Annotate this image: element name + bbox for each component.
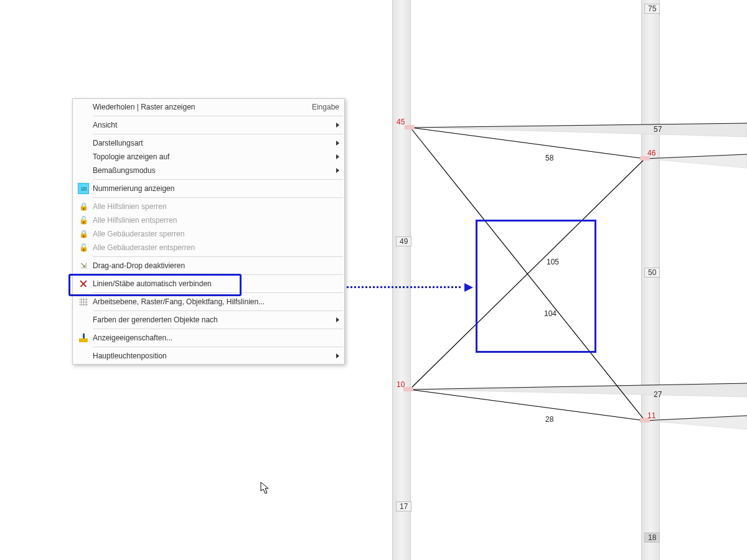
menu-item-disable-dragdrop[interactable]: ⇲ Drag-and-Drop deaktivieren — [73, 259, 344, 273]
menu-item-show-numbering[interactable]: 123 Nummerierung anzeigen — [73, 182, 344, 195]
svg-rect-14 — [403, 387, 413, 391]
menu-item-connect-lines[interactable]: Linien/Stäbe automatisch verbinden — [73, 277, 344, 291]
numbering-icon: 123 — [77, 183, 90, 194]
menu-label: Linien/Stäbe automatisch verbinden — [90, 279, 339, 288]
lock-icon: 🔒 — [77, 203, 90, 210]
unlock-icon: 🔓 — [77, 217, 90, 224]
menu-separator — [93, 329, 343, 329]
menu-label: Anzeigeeigenschaften... — [90, 334, 339, 342]
menu-separator — [93, 347, 343, 347]
column-segment-label: 75 — [644, 4, 660, 14]
menu-item-view[interactable]: Ansicht — [73, 118, 344, 132]
menu-item-main-light[interactable]: Hauptleuchtenposition — [73, 349, 344, 363]
menu-item-lock-grids[interactable]: 🔒 Alle Gebäuderaster sperren — [73, 227, 344, 241]
lock-icon: 🔒 — [77, 230, 90, 238]
submenu-arrow-icon — [336, 141, 339, 146]
menu-label: Alle Gebäuderaster entsperren — [90, 243, 339, 252]
context-menu: Wiederholen | Raster anzeigen Eingabe An… — [72, 98, 345, 365]
menu-separator — [93, 134, 343, 134]
node-number: 10 — [397, 381, 405, 388]
properties-icon — [77, 334, 90, 342]
menu-item-lock-guides[interactable]: 🔒 Alle Hilfslinien sperren — [73, 200, 344, 213]
svg-line-10 — [411, 128, 645, 421]
svg-rect-12 — [405, 125, 415, 129]
menu-label: Alle Gebäuderaster sperren — [90, 230, 339, 238]
submenu-arrow-icon — [336, 317, 339, 322]
submenu-arrow-icon — [336, 154, 339, 159]
submenu-arrow-icon — [336, 168, 339, 173]
menu-item-unlock-guides[interactable]: 🔓 Alle Hilfslinien entsperren — [73, 213, 344, 227]
column-segment-label: 18 — [644, 533, 660, 543]
member-number: 104 — [544, 310, 557, 317]
menu-separator — [93, 274, 343, 275]
menu-item-topology[interactable]: Topologie anzeigen auf — [73, 150, 344, 164]
grid-icon — [77, 297, 90, 306]
member-number: 58 — [545, 154, 553, 162]
menu-item-display-as[interactable]: Darstellungsart — [73, 136, 344, 150]
menu-item-unlock-grids[interactable]: 🔓 Alle Gebäuderaster entsperren — [73, 241, 344, 254]
menu-item-rendered-colors[interactable]: Farben der gerenderten Objekte nach — [73, 313, 344, 327]
menu-label: Wiederholen | Raster anzeigen — [90, 103, 307, 111]
menu-label: Ansicht — [90, 121, 332, 129]
menu-label: Darstellungsart — [90, 139, 332, 147]
node-number: 46 — [647, 149, 655, 157]
member-number: 27 — [654, 391, 662, 398]
column-segment-label: 17 — [396, 502, 411, 511]
drag-icon: ⇲ — [77, 261, 90, 270]
menu-item-dimension-mode[interactable]: Bemaßungsmodus — [73, 164, 344, 177]
member-number: 57 — [654, 126, 662, 133]
menu-label: Alle Hilfslinien entsperren — [90, 216, 339, 225]
submenu-arrow-icon — [336, 123, 339, 128]
node-number: 45 — [397, 118, 405, 126]
menu-label: Alle Hilfslinien sperren — [90, 202, 339, 211]
column-segment-label: 49 — [396, 236, 411, 246]
column-segment-label: 50 — [644, 268, 660, 278]
svg-marker-2 — [410, 383, 747, 397]
member-number: 105 — [547, 258, 559, 266]
svg-line-11 — [410, 159, 645, 390]
menu-label: Hauptleuchtenposition — [90, 352, 332, 360]
menu-item-display-props[interactable]: Anzeigeeigenschaften... — [73, 331, 344, 345]
menu-label: Farben der gerenderten Objekte nach — [90, 315, 332, 324]
menu-shortcut: Eingabe — [307, 103, 339, 111]
node-number: 11 — [647, 412, 655, 419]
menu-label: Bemaßungsmodus — [90, 166, 332, 175]
menu-separator — [93, 197, 343, 198]
menu-label: Arbeitsebene, Raster/Fang, Objektfang, H… — [90, 297, 339, 306]
menu-separator — [93, 310, 343, 311]
menu-separator — [93, 179, 343, 180]
submenu-arrow-icon — [336, 353, 339, 358]
cross-icon — [77, 279, 90, 288]
menu-label: Nummerierung anzeigen — [90, 184, 339, 193]
menu-separator — [93, 256, 343, 257]
menu-label: Drag-and-Drop deaktivieren — [90, 261, 339, 270]
menu-separator — [93, 116, 343, 116]
svg-line-8 — [410, 390, 645, 421]
unlock-icon: 🔓 — [77, 244, 90, 251]
menu-label: Topologie anzeigen auf — [90, 152, 332, 161]
member-number: 28 — [545, 416, 553, 423]
menu-item-workplane[interactable]: Arbeitsebene, Raster/Fang, Objektfang, H… — [73, 295, 344, 309]
menu-separator — [93, 292, 343, 293]
menu-item-repeat[interactable]: Wiederholen | Raster anzeigen Eingabe — [73, 100, 344, 114]
